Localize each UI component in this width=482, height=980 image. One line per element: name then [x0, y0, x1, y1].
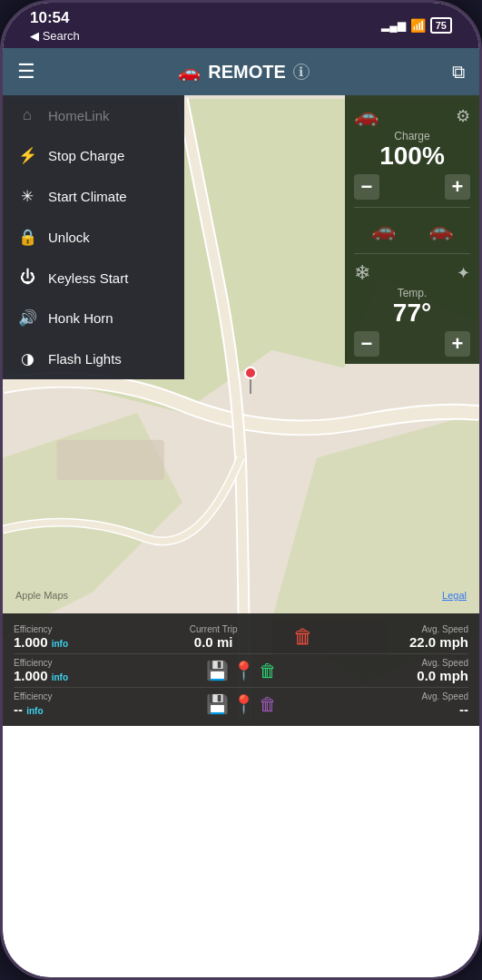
avg-label-3: Avg. Speed [311, 691, 468, 701]
pin-stem [250, 379, 251, 394]
svg-rect-4 [56, 440, 164, 480]
charge-plus-btn[interactable]: + [445, 174, 470, 200]
avg-value-2: 0.0 mph [311, 668, 468, 683]
keyless-start-label: Keyless Start [48, 270, 128, 286]
stop-charge-label: Stop Charge [48, 148, 124, 163]
avg-value-3: -- [311, 701, 468, 717]
legal-link[interactable]: Legal [442, 590, 467, 601]
sidebar-item-honk-horn[interactable]: 🔊 Honk Horn [3, 298, 184, 338]
stats-panel: Efficiency 1.000 info Current Trip 0.0 m… [3, 613, 479, 726]
info-link-1[interactable]: info [52, 639, 68, 649]
car-icon: 🚗 [178, 61, 201, 83]
sidebar-item-stop-charge[interactable]: ⚡ Stop Charge [3, 135, 184, 176]
sidebar-item-homelink[interactable]: ⌂ HomeLink [3, 95, 184, 135]
car-back-icon[interactable]: 🚗 [429, 219, 454, 242]
temp-label: Temp. [354, 287, 470, 299]
temp-section: ❄ ✦ Temp. 77° − + [354, 261, 470, 357]
avg-label-1: Avg. Speed [330, 624, 468, 634]
sidebar-item-unlock[interactable]: 🔒 Unlock [3, 217, 184, 258]
wifi-icon: 📶 [410, 18, 426, 33]
flash-lights-label: Flash Lights [48, 351, 122, 367]
sidebar-item-start-climate[interactable]: ✳ Start Climate [3, 176, 184, 217]
temp-controls: − + [354, 331, 470, 357]
stat-efficiency-2: Efficiency 1.000 info [14, 658, 171, 683]
homelink-label: HomeLink [48, 108, 110, 123]
trash-icon-1: 🗑 [293, 625, 313, 648]
save-icon-2[interactable]: 💾 [206, 660, 229, 681]
trip-value-1: 0.0 mi [152, 634, 276, 650]
trash-icon-3[interactable]: 🗑 [259, 694, 277, 715]
stat-avg-2: Avg. Speed 0.0 mph [311, 658, 468, 683]
time-display: 10:54 [30, 9, 80, 27]
temp-plus-btn[interactable]: + [445, 331, 470, 357]
lights-icon: ◑ [17, 349, 37, 368]
sun-icon: ✦ [457, 263, 470, 283]
phone-frame: 10:54 ◀ Search ▂▄▆ 📶 75 ☰ 🚗 REMOTE ℹ ⧉ [0, 0, 482, 980]
charge-controls: − + [354, 174, 470, 200]
save-icon-3[interactable]: 💾 [206, 693, 229, 715]
efficiency-label-1: Efficiency [14, 624, 152, 634]
charge-minus-btn[interactable]: − [354, 174, 379, 200]
efficiency-label-2: Efficiency [14, 658, 171, 668]
title-text: REMOTE [208, 62, 286, 83]
stats-row-3: Efficiency -- info 💾 📍 🗑 Avg. Speed -- [14, 688, 468, 720]
charge-gear-icon[interactable]: ⚙ [456, 106, 470, 126]
app-header: ☰ 🚗 REMOTE ℹ ⧉ [3, 48, 479, 95]
power-icon: ⏻ [17, 269, 37, 287]
info-icon[interactable]: ℹ [293, 64, 310, 80]
status-bar: 10:54 ◀ Search ▂▄▆ 📶 75 [3, 3, 479, 48]
info-link-2[interactable]: info [52, 672, 68, 682]
stat-icons-3: 💾 📍 🗑 [171, 693, 311, 715]
efficiency-label-3: Efficiency [14, 691, 171, 701]
efficiency-value-1: 1.000 info [14, 634, 152, 650]
hamburger-menu[interactable]: ☰ [17, 60, 35, 83]
panel-divider-1 [354, 207, 470, 208]
avg-value-1: 22.0 mph [330, 634, 468, 650]
car-views-row: 🚗 🚗 [354, 215, 470, 246]
apple-maps-label: Apple Maps [15, 590, 68, 601]
charge-section: 🚗 ⚙ Charge 100% − + [354, 104, 470, 200]
panel-divider-2 [354, 253, 470, 254]
start-climate-label: Start Climate [48, 189, 127, 204]
lock-icon: 🔒 [17, 228, 37, 247]
avg-label-2: Avg. Speed [311, 658, 468, 668]
location-icon-3[interactable]: 📍 [232, 693, 255, 715]
location-icon-2[interactable]: 📍 [232, 660, 255, 681]
home-icon: ⌂ [17, 106, 37, 124]
efficiency-value-2: 1.000 info [14, 668, 171, 683]
map-area: Apple Maps Legal ⌂ HomeLink ⚡ Stop Charg… [3, 95, 479, 726]
stats-row-1: Efficiency 1.000 info Current Trip 0.0 m… [14, 621, 468, 654]
notch [182, 3, 300, 28]
search-label[interactable]: ◀ Search [30, 29, 80, 43]
efficiency-value-3: -- info [14, 701, 171, 717]
phone-screen: 10:54 ◀ Search ▂▄▆ 📶 75 ☰ 🚗 REMOTE ℹ ⧉ [3, 3, 479, 977]
sidebar-item-keyless-start[interactable]: ⏻ Keyless Start [3, 258, 184, 298]
signal-icon: ▂▄▆ [381, 19, 406, 32]
right-panel: 🚗 ⚙ Charge 100% − + 🚗 🚗 [345, 95, 479, 364]
info-link-3[interactable]: info [26, 706, 43, 716]
climate-icon: ✳ [17, 187, 37, 206]
charge-value: 100% [354, 142, 470, 171]
temp-minus-btn[interactable]: − [354, 331, 379, 357]
charge-car-icon: 🚗 [354, 104, 379, 128]
stat-icons-2: 💾 📍 🗑 [171, 660, 311, 681]
unlock-label: Unlock [48, 230, 90, 245]
trip-label-1: Current Trip [152, 624, 276, 634]
car-front-icon[interactable]: 🚗 [371, 219, 396, 242]
header-title: 🚗 REMOTE ℹ [178, 61, 310, 83]
stat-efficiency-3: Efficiency -- info [14, 691, 171, 717]
map-pin [244, 367, 257, 394]
stats-row-2: Efficiency 1.000 info 💾 📍 🗑 Avg. Speed 0… [14, 654, 468, 688]
battery-icon: 75 [430, 17, 452, 34]
trash-icon-2[interactable]: 🗑 [259, 661, 277, 681]
layers-icon[interactable]: ⧉ [452, 62, 465, 83]
status-icons: ▂▄▆ 📶 75 [381, 17, 452, 34]
temp-value: 77° [354, 299, 470, 328]
stat-avg-3: Avg. Speed -- [311, 691, 468, 717]
horn-icon: 🔊 [17, 309, 37, 328]
pin-circle [244, 367, 257, 379]
honk-horn-label: Honk Horn [48, 310, 113, 326]
stat-icon-1[interactable]: 🗑 [275, 625, 330, 649]
sidebar-item-flash-lights[interactable]: ◑ Flash Lights [3, 338, 184, 379]
stat-trip-1: Current Trip 0.0 mi [152, 624, 276, 650]
